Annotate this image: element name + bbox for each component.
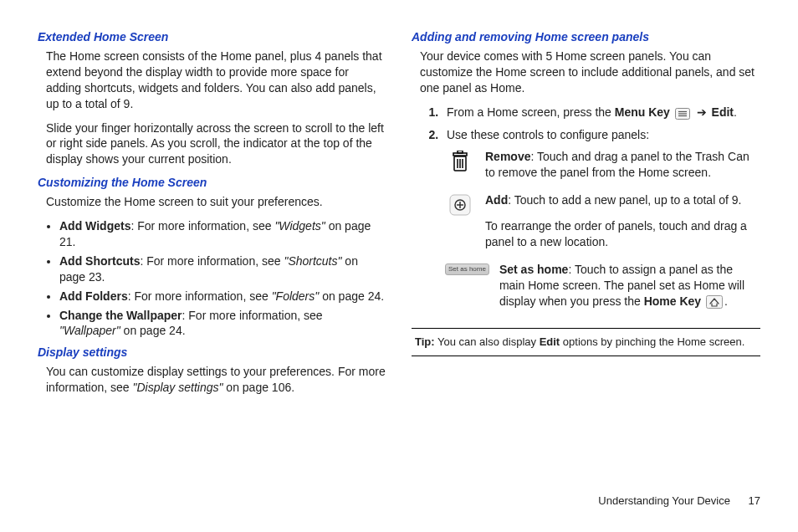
trash-icon — [445, 149, 475, 181]
control-set-home: Set as home Set as home: Touch to assign… — [445, 262, 760, 309]
left-column: Extended Home Screen The Home screen con… — [38, 25, 386, 404]
paragraph: You can customize display settings to yo… — [46, 364, 386, 396]
menu-key-icon — [675, 108, 690, 120]
text: options by pinching the Home screen. — [560, 335, 744, 348]
heading-customizing: Customizing the Home Screen — [38, 176, 386, 189]
tip-bold: Edit — [540, 335, 560, 348]
add-icon — [445, 192, 475, 250]
right-column: Adding and removing Home screen panels Y… — [412, 25, 760, 404]
list-item: Change the Wallpaper: For more informati… — [59, 308, 386, 340]
text: You can also display — [435, 335, 540, 348]
page-footer: Understanding Your Device 17 — [598, 494, 760, 507]
list-item: Add Shortcuts: For more information, see… — [59, 253, 386, 285]
arrow-icon: ➔ — [697, 105, 707, 120]
paragraph: Customize the Home screen to suit your p… — [46, 194, 386, 210]
heading-extended-home: Extended Home Screen — [38, 30, 386, 43]
edit-label: Edit — [712, 105, 734, 119]
ref-italic: "Display settings" — [133, 381, 223, 394]
svg-rect-5 — [458, 151, 463, 153]
bullet-ref: "Wallpaper" — [59, 324, 120, 337]
bullet-pre: : For more information, see — [130, 219, 274, 233]
panel-controls: Remove: Touch and drag a panel to the Tr… — [445, 149, 760, 309]
list-item: Add Widgets: For more information, see "… — [59, 218, 386, 250]
bullet-post: on page 24. — [120, 324, 186, 337]
bullet-label: Add Folders — [59, 289, 128, 303]
tip-box: Tip: You can also display Edit options b… — [412, 328, 760, 357]
bullet-ref: "Shortcuts" — [284, 254, 341, 268]
control-label: Add — [485, 193, 508, 207]
set-as-home-icon: Set as home — [445, 262, 489, 309]
list-item: Add Folders: For more information, see "… — [59, 289, 386, 304]
step-item: From a Home screen, press the Menu Key ➔… — [442, 105, 760, 120]
control-label: Set as home — [499, 263, 568, 276]
text: To rearrange the order of panels, touch … — [485, 218, 760, 250]
customize-list: Add Widgets: For more information, see "… — [38, 218, 386, 339]
step-item: Use these controls to configure panels: — [442, 127, 760, 143]
control-text: Set as home: Touch to assign a panel as … — [499, 262, 760, 309]
tip-label: Tip: — [415, 335, 435, 348]
paragraph: Slide your finger horizontally across th… — [46, 120, 386, 168]
bullet-pre: : For more information, see — [128, 289, 272, 303]
footer-section: Understanding Your Device — [598, 494, 730, 507]
control-add: Add: Touch to add a new panel, up to a t… — [445, 192, 760, 250]
control-label: Remove — [485, 150, 530, 163]
heading-add-remove-panels: Adding and removing Home screen panels — [412, 30, 760, 43]
paragraph: Your device comes with 5 Home screen pan… — [420, 49, 760, 96]
set-as-home-button-graphic: Set as home — [445, 263, 489, 275]
bullet-label: Add Shortcuts — [59, 254, 140, 268]
bullet-ref: "Widgets" — [274, 219, 325, 233]
footer-page-number: 17 — [749, 494, 760, 507]
bullet-label: Add Widgets — [59, 219, 130, 233]
text: . — [724, 294, 728, 308]
steps-list: From a Home screen, press the Menu Key ➔… — [418, 105, 760, 143]
bullet-label: Change the Wallpaper — [59, 309, 182, 322]
menu-key-label: Menu Key — [615, 105, 670, 119]
paragraph: The Home screen consists of the Home pan… — [46, 49, 386, 112]
home-key-icon — [706, 295, 723, 309]
bullet-pre: : For more information, see — [182, 309, 323, 322]
text: From a Home screen, press the — [447, 105, 615, 119]
control-text: Remove: Touch and drag a panel to the Tr… — [485, 149, 760, 181]
text: on page 106. — [223, 381, 294, 394]
control-remove: Remove: Touch and drag a panel to the Tr… — [445, 149, 760, 181]
bullet-post: on page 24. — [319, 289, 384, 303]
text: . — [734, 105, 737, 119]
home-key-label: Home Key — [644, 294, 701, 308]
bullet-ref: "Folders" — [272, 289, 320, 303]
control-text: Add: Touch to add a new panel, up to a t… — [485, 192, 760, 250]
text: : Touch to add a new panel, up to a tota… — [508, 193, 741, 207]
heading-display-settings: Display settings — [38, 345, 386, 359]
bullet-pre: : For more information, see — [140, 254, 284, 268]
